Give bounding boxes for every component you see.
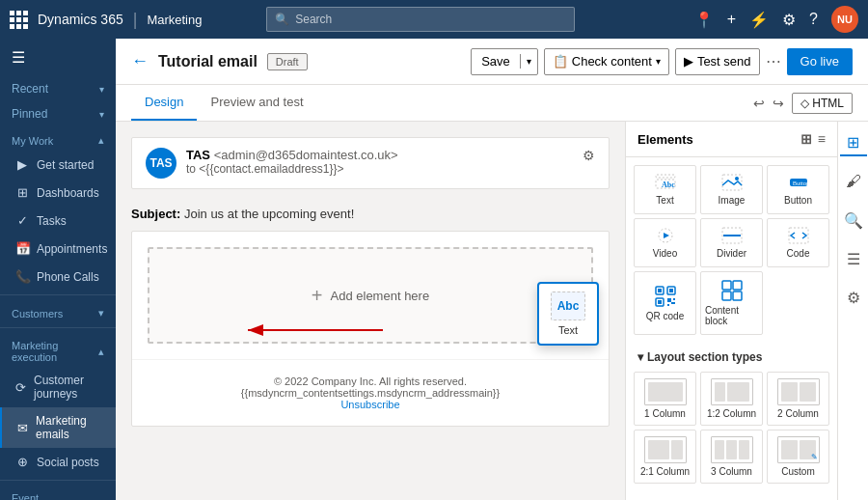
- element-button[interactable]: Button Button: [767, 165, 829, 214]
- rt-elements-icon[interactable]: ⊞: [840, 129, 867, 156]
- layout-21col-label: 2:1 Column: [640, 466, 690, 477]
- layout-col-3b: [726, 440, 737, 459]
- location-icon[interactable]: 📍: [694, 11, 714, 29]
- content-block-icon: [721, 280, 743, 301]
- rt-settings-icon[interactable]: ⚙: [840, 284, 867, 311]
- main-layout: ☰ Recent ▾ Pinned ▾ My Work ▴ ▶ Get star…: [0, 39, 868, 500]
- divider-3: [0, 480, 116, 481]
- status-badge: Draft: [267, 53, 308, 70]
- drop-zone-text: Add element here: [331, 289, 430, 303]
- recent-section[interactable]: Recent ▾: [0, 76, 116, 101]
- sidebar-item-marketingemails[interactable]: ✉ Marketing emails: [0, 407, 116, 448]
- element-qr[interactable]: QR code: [634, 271, 696, 335]
- divider-element-label: Divider: [717, 248, 746, 259]
- element-video[interactable]: Video: [634, 218, 696, 267]
- layout-2col[interactable]: 2 Column: [767, 372, 829, 426]
- layout-1col[interactable]: 1 Column: [634, 372, 696, 426]
- save-caret-icon[interactable]: ▾: [521, 56, 537, 67]
- svg-rect-26: [722, 292, 731, 300]
- back-button[interactable]: ←: [131, 51, 149, 71]
- sidebar-item-customerjourneys[interactable]: ⟳ Customer journeys: [0, 367, 116, 407]
- drop-zone[interactable]: + Add element here: [148, 247, 593, 344]
- tasks-label: Tasks: [37, 214, 67, 228]
- settings-icon[interactable]: ⚙: [782, 11, 796, 29]
- sidebar: ☰ Recent ▾ Pinned ▾ My Work ▴ ▶ Get star…: [0, 39, 116, 500]
- image-element-icon: [721, 174, 743, 191]
- email-footer: © 2022 Company Inc. All rights reserved.…: [132, 359, 609, 426]
- subject-text: Join us at the upcoming event!: [184, 207, 354, 221]
- layout-col-wide: [648, 440, 670, 459]
- svg-rect-23: [671, 302, 675, 304]
- rt-brush-icon[interactable]: 🖌: [840, 168, 867, 195]
- elements-panel: Elements ⊞ ≡ Abc Text: [625, 122, 837, 500]
- sidebar-item-tasks[interactable]: ✓ Tasks: [0, 207, 116, 235]
- from-email: <admin@d365domaintest.co.uk>: [214, 148, 398, 162]
- layout-col-b: [727, 382, 749, 402]
- add-icon[interactable]: +: [727, 11, 736, 28]
- html-button[interactable]: ◇ HTML: [792, 93, 853, 114]
- pinned-section[interactable]: Pinned ▾: [0, 101, 116, 126]
- event-management-group[interactable]: Event management ▾: [0, 485, 116, 500]
- layout-col-narrow: [671, 440, 682, 459]
- layout-col-3c: [739, 440, 749, 459]
- sidebar-item-phonecalls[interactable]: 📞 Phone Calls: [0, 263, 116, 291]
- sidebar-item-socialposts[interactable]: ⊕ Social posts: [0, 448, 116, 476]
- avatar[interactable]: NU: [831, 6, 858, 33]
- panel-grid-icon[interactable]: ⊞: [800, 131, 812, 147]
- hamburger-menu[interactable]: ☰: [0, 39, 116, 76]
- rt-layers-icon[interactable]: ☰: [840, 245, 867, 272]
- go-live-button[interactable]: Go live: [787, 48, 853, 75]
- tab-design[interactable]: Design: [131, 85, 197, 121]
- page-title: Tutorial email: [158, 53, 258, 70]
- sender-avatar: TAS: [146, 148, 176, 179]
- layout-col-2: [800, 382, 816, 402]
- my-work-group[interactable]: My Work ▴: [0, 126, 116, 151]
- sidebar-item-dashboards[interactable]: ⊞ Dashboards: [0, 179, 116, 207]
- layout-21col[interactable]: 2:1 Column: [634, 430, 696, 484]
- marketing-execution-chevron: ▴: [98, 346, 104, 358]
- email-subject-row: Subject: Join us at the upcoming event!: [131, 201, 610, 231]
- floating-text-card[interactable]: Abc Text: [537, 282, 599, 346]
- element-divider[interactable]: Divider: [700, 218, 763, 267]
- search-bar[interactable]: 🔍 Search: [266, 7, 575, 32]
- element-image[interactable]: Image: [700, 165, 763, 214]
- footer-line2: {{msdyncrm_contentsettings.msdyncrm_addr…: [148, 387, 593, 399]
- elements-panel-header: Elements ⊞ ≡: [626, 122, 837, 157]
- check-content-button[interactable]: 📋 Check content ▾: [544, 48, 669, 75]
- filter-icon[interactable]: ⚡: [749, 11, 769, 29]
- help-icon[interactable]: ?: [809, 11, 818, 28]
- layout-12col[interactable]: 1:2 Column: [700, 372, 763, 426]
- phonecalls-icon: 📞: [15, 269, 29, 284]
- test-send-button[interactable]: ▶ Test send: [675, 48, 760, 75]
- app-logo[interactable]: Dynamics 365: [10, 11, 123, 29]
- my-work-chevron: ▴: [98, 134, 104, 147]
- layout-12col-visual: [711, 378, 753, 405]
- layout-2col-visual: [777, 378, 820, 405]
- tabs-bar: Design Preview and test ↩ ↪ ◇ HTML: [116, 85, 868, 122]
- more-options-button[interactable]: ⋯: [766, 52, 781, 70]
- sidebar-item-getstarted[interactable]: ▶ Get started: [0, 151, 116, 179]
- unsubscribe-link[interactable]: Unsubscribe: [340, 399, 399, 410]
- email-settings-icon[interactable]: ⚙: [583, 148, 595, 163]
- from-name-row: TAS <admin@d365domaintest.co.uk>: [186, 148, 398, 162]
- to-address: <{{contact.emailaddress1}}>: [199, 162, 343, 176]
- undo-button[interactable]: ↩: [753, 96, 765, 111]
- rt-search-icon[interactable]: 🔍: [840, 207, 867, 234]
- panel-list-icon[interactable]: ≡: [818, 131, 826, 147]
- getstarted-icon: ▶: [15, 157, 29, 172]
- layout-12col-label: 1:2 Column: [707, 408, 756, 419]
- layout-3col[interactable]: 3 Column: [700, 430, 763, 484]
- svg-rect-19: [658, 300, 662, 304]
- marketing-execution-group[interactable]: Marketing execution ▴: [0, 332, 116, 367]
- layout-custom[interactable]: ✎ Custom: [767, 430, 829, 484]
- element-content-block[interactable]: Content block: [700, 271, 763, 335]
- tab-preview[interactable]: Preview and test: [197, 85, 316, 121]
- layout-3col-label: 3 Column: [711, 466, 752, 477]
- redo-button[interactable]: ↪: [773, 96, 784, 111]
- customers-group[interactable]: Customers ▾: [0, 299, 116, 323]
- save-button[interactable]: Save ▾: [471, 48, 538, 75]
- element-code[interactable]: Code: [767, 218, 829, 267]
- sidebar-item-appointments[interactable]: 📅 Appointments: [0, 235, 116, 263]
- customerjourneys-label: Customer journeys: [34, 374, 104, 401]
- element-text[interactable]: Abc Text: [634, 165, 696, 214]
